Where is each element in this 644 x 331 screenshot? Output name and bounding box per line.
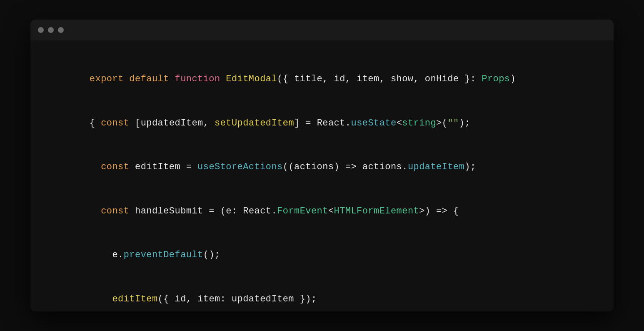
minimize-button[interactable] (48, 27, 54, 33)
indent-3 (90, 250, 112, 260)
var-setupdateditem: setUpdatedItem (215, 118, 294, 128)
react-ref-2: React. (243, 206, 277, 216)
punc-paren-2: (( (283, 162, 294, 172)
param-actions: actions (294, 162, 334, 172)
var-updateditems: updatedItem, (141, 118, 215, 128)
indent-2 (90, 206, 101, 216)
code-display: export default function EditModal({ titl… (30, 40, 614, 311)
param-onhide: onHide (425, 74, 465, 84)
punc-open-curly: { (90, 118, 101, 128)
punc-semi-2: ); (464, 162, 476, 172)
punc-lt-2: < (328, 206, 334, 216)
arg-id: id, (175, 294, 198, 304)
actions-ref: actions. (362, 162, 408, 172)
indent-1 (90, 162, 101, 172)
punc-call-close: }); (300, 294, 317, 304)
param-id: id, (334, 74, 357, 84)
maximize-button[interactable] (58, 27, 64, 33)
punc-bracket-close: ] (294, 118, 300, 128)
code-line-4: const handleSubmit = (e: React.FormEvent… (55, 189, 589, 233)
code-line-3: const editItem = useStoreActions((action… (55, 145, 589, 189)
react-ref: React. (317, 118, 351, 128)
fn-name-editmodal: EditModal (226, 74, 277, 84)
punc-gt: >( (436, 118, 447, 128)
param-title: title, (294, 74, 334, 84)
param-show: show, (391, 74, 425, 84)
call-edititem: editItem (112, 294, 157, 304)
title-bar (30, 20, 614, 40)
punc-arrow: ) => (334, 162, 362, 172)
code-line-5: e.preventDefault(); (55, 233, 589, 277)
close-button[interactable] (38, 27, 44, 33)
code-line-1: export default function EditModal({ titl… (55, 57, 589, 101)
punc-paren: ) (510, 74, 516, 84)
method-usestate: useState (351, 118, 396, 128)
indent-4 (90, 294, 112, 304)
type-formevent: FormEvent (277, 206, 328, 216)
type-props: Props (482, 74, 510, 84)
e-ref: e. (112, 250, 123, 260)
punc-equals-1: = (300, 118, 317, 128)
string-empty-1: "" (447, 118, 459, 128)
kw-const-3: const (101, 206, 135, 216)
kw-function: function (175, 74, 226, 84)
punc-colon: : (232, 206, 243, 216)
kw-const-1: const (101, 118, 135, 128)
punc-close-brace: }: (464, 74, 482, 84)
punc-bracket-open: [ (135, 118, 141, 128)
arg-item: item: updatedItem (197, 294, 300, 304)
kw-default: default (129, 74, 175, 84)
param-e: e (226, 206, 232, 216)
punc-gt-2: >) => { (419, 206, 459, 216)
punc-call-open: ({ (158, 294, 175, 304)
code-editor-window: export default function EditModal({ titl… (30, 20, 614, 311)
kw-export: export (90, 74, 130, 84)
method-usestoreactions: useStoreActions (197, 162, 283, 172)
var-edititem: editItem = (135, 162, 197, 172)
code-line-6: editItem({ id, item: updatedItem }); (55, 277, 589, 311)
method-preventdefault: preventDefault (124, 250, 203, 260)
punc-semi-1: ); (459, 118, 470, 128)
param-item: item, (357, 74, 391, 84)
method-updateitem: updateItem (408, 162, 464, 172)
code-line-2: { const [updatedItem, setUpdatedItem] = … (55, 101, 589, 145)
var-handlesubmit: handleSubmit = ( (135, 206, 226, 216)
type-string: string (402, 118, 436, 128)
punc-open-brace: ({ (277, 74, 294, 84)
punc-semi-3: (); (203, 250, 220, 260)
punc-lt: < (397, 118, 402, 128)
kw-const-2: const (101, 162, 135, 172)
type-htmlformelement: HTMLFormElement (334, 206, 419, 216)
